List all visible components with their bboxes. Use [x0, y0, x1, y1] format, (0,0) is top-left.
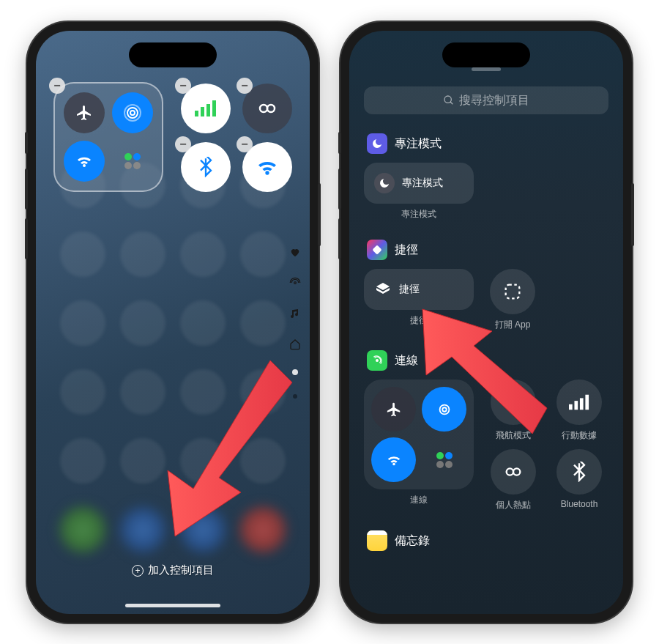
page-dot-active[interactable]: [292, 369, 298, 375]
add-control-button[interactable]: + 加入控制項目: [132, 563, 214, 577]
side-button: [338, 218, 341, 259]
side-button: [25, 218, 28, 259]
airdrop-icon: [422, 387, 466, 432]
svg-rect-18: [569, 404, 573, 410]
section-title-label: 捷徑: [395, 243, 418, 258]
airplane-icon: [371, 387, 416, 432]
page-music-icon[interactable]: [289, 308, 301, 319]
left-screen: −: [36, 31, 310, 614]
section-title-label: 備忘錄: [395, 533, 430, 549]
section-notes: 備忘錄: [367, 530, 606, 551]
airdrop-icon[interactable]: [112, 92, 153, 133]
svg-rect-5: [206, 104, 210, 116]
svg-line-12: [450, 102, 453, 104]
connectivity-sub-label: 連線: [364, 494, 474, 506]
hotspot-toggle[interactable]: −: [242, 84, 292, 133]
shortcuts-control[interactable]: 捷徑: [364, 269, 474, 310]
moon-icon: [374, 173, 395, 193]
remove-badge[interactable]: −: [175, 136, 191, 152]
side-button: [338, 169, 341, 210]
svg-rect-21: [585, 395, 589, 410]
svg-rect-14: [506, 285, 520, 299]
page-indicator[interactable]: [289, 246, 301, 399]
page-heart-icon[interactable]: [289, 246, 301, 258]
remove-badge[interactable]: −: [49, 78, 65, 94]
svg-point-11: [444, 96, 451, 103]
airplane-icon[interactable]: [64, 92, 105, 133]
section-title-label: 連線: [395, 353, 418, 369]
dynamic-island: [129, 42, 217, 67]
svg-rect-3: [195, 111, 198, 116]
focus-sub-label: 專注模式: [364, 208, 474, 221]
left-phone-frame: −: [27, 22, 319, 623]
airplane-mode-control[interactable]: [491, 380, 536, 425]
page-dot[interactable]: [293, 394, 297, 399]
focus-mode-control[interactable]: 專注模式: [364, 163, 474, 204]
svg-rect-6: [212, 100, 216, 116]
connectivity-group[interactable]: −: [53, 82, 163, 192]
dashed-square-icon: [502, 281, 523, 302]
mini-cluster-icon: [422, 437, 466, 482]
svg-point-1: [127, 108, 138, 118]
svg-rect-4: [201, 107, 204, 116]
right-screen: 搜尋控制項目 專注模式 專注模式 專注模式: [349, 31, 623, 614]
section-shortcuts: 捷徑: [367, 240, 606, 260]
section-connectivity: 連線: [367, 350, 606, 371]
svg-point-7: [260, 105, 267, 112]
remove-badge[interactable]: −: [237, 78, 253, 94]
remove-badge[interactable]: −: [175, 78, 191, 94]
svg-point-17: [439, 404, 449, 414]
svg-point-0: [130, 111, 135, 115]
bluetooth-toggle[interactable]: −: [181, 142, 231, 192]
airplane-label: 飛航模式: [496, 429, 531, 442]
notes-icon: [367, 530, 387, 551]
add-control-label: 加入控制項目: [148, 563, 214, 577]
grab-indicator[interactable]: [472, 67, 501, 71]
side-button: [25, 169, 28, 210]
bluetooth-control[interactable]: [556, 449, 602, 495]
svg-point-23: [513, 468, 520, 475]
wifi-icon: [371, 437, 416, 482]
bluetooth-label: Bluetooth: [561, 499, 598, 509]
svg-rect-19: [574, 401, 578, 410]
cellular-label: 行動數據: [562, 429, 597, 442]
side-button: [25, 132, 28, 154]
right-phone-frame: 搜尋控制項目 專注模式 專注模式 專注模式: [340, 22, 632, 623]
wifi-icon[interactable]: [64, 141, 105, 182]
page-airdrop-icon[interactable]: [289, 277, 301, 289]
svg-rect-13: [372, 245, 381, 254]
add-control-panel[interactable]: 搜尋控制項目 專注模式 專注模式 專注模式: [349, 31, 623, 614]
open-app-label: 打開 App: [495, 319, 531, 331]
side-button: [631, 183, 634, 246]
personal-hotspot-control[interactable]: [491, 449, 536, 495]
focus-item-label: 專注模式: [402, 177, 443, 190]
home-indicator[interactable]: [125, 604, 220, 607]
open-app-control[interactable]: [490, 269, 535, 314]
svg-point-15: [376, 360, 379, 362]
connectivity-group-control[interactable]: [364, 380, 474, 489]
cellular-toggle[interactable]: −: [181, 84, 231, 133]
remove-badge[interactable]: −: [237, 136, 253, 152]
shortcuts-item-label: 捷徑: [399, 283, 420, 296]
control-center-edit[interactable]: −: [36, 31, 310, 614]
svg-point-9: [294, 282, 297, 284]
search-input[interactable]: 搜尋控制項目: [364, 86, 608, 114]
dynamic-island: [442, 42, 530, 67]
side-button: [338, 132, 341, 154]
search-icon: [443, 95, 455, 106]
stack-icon: [374, 281, 392, 298]
antenna-icon: [367, 350, 387, 371]
page-home-icon[interactable]: [289, 338, 301, 350]
shortcuts-sub-label: 捷徑: [364, 314, 474, 327]
svg-point-16: [442, 407, 447, 412]
wifi-toggle-large[interactable]: −: [242, 142, 292, 192]
search-placeholder: 搜尋控制項目: [459, 93, 529, 108]
mini-cluster-icon[interactable]: [112, 141, 153, 182]
section-title-label: 專注模式: [395, 136, 442, 152]
shortcuts-icon: [367, 240, 387, 260]
svg-point-22: [507, 468, 513, 475]
hotspot-label: 個人熱點: [496, 499, 531, 511]
svg-rect-20: [580, 398, 584, 410]
plus-icon: +: [132, 565, 144, 577]
cellular-data-control[interactable]: [556, 380, 602, 425]
